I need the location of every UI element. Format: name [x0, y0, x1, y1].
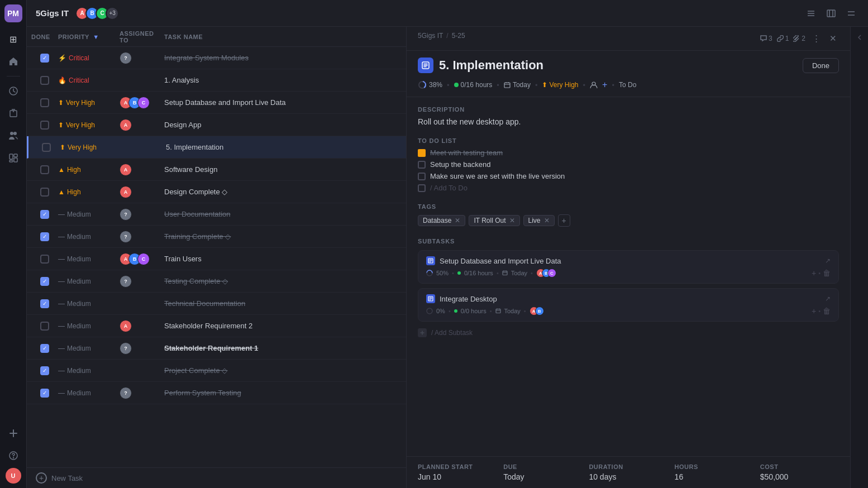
avatar-overflow[interactable]: +3	[106, 7, 119, 20]
status-indicator[interactable]: To Do	[619, 81, 636, 89]
view-columns-icon[interactable]	[823, 6, 839, 21]
tags-row: Database ✕ IT Roll Out ✕ Live ✕ +	[418, 214, 839, 227]
task-checkbox[interactable]	[40, 344, 49, 353]
assignee-indicator[interactable]	[590, 81, 598, 89]
priority-badge: —Medium	[58, 255, 120, 263]
avatar: ?	[120, 208, 132, 221]
add-assignee-btn[interactable]: +	[602, 80, 607, 90]
subtask-add-btn[interactable]: +	[812, 269, 816, 278]
table-row[interactable]: —Medium Project Complete ◇	[27, 360, 406, 382]
subtask-avatars: A B	[530, 307, 544, 315]
list-item[interactable]: Make sure we are set with the live versi…	[418, 172, 839, 180]
task-checkbox[interactable]	[40, 98, 49, 107]
todo-checkbox[interactable]	[418, 161, 426, 169]
priority-indicator[interactable]: ⬆ Very High	[542, 81, 578, 89]
hours-indicator[interactable]: 0/16 hours	[454, 81, 493, 89]
todo-checkbox[interactable]	[418, 173, 426, 180]
table-row[interactable]: ▲High A Design Complete ◇	[27, 181, 406, 203]
collapse-icon[interactable]	[856, 34, 864, 43]
footer-due: DUE Today	[503, 463, 582, 481]
view-list-icon[interactable]	[803, 6, 819, 21]
detail-right-panel	[850, 27, 868, 488]
hours-footer-value[interactable]: 16	[675, 472, 753, 481]
user-avatar[interactable]: U	[6, 468, 21, 484]
new-task-row[interactable]: + New Task	[27, 467, 406, 488]
table-row[interactable]: ⬆Very High A B C Setup Database and Impo…	[27, 92, 406, 114]
table-row[interactable]: ⚡Critical ? Integrate System Modules	[27, 47, 406, 69]
tag-remove-live[interactable]: ✕	[544, 217, 550, 224]
task-checkbox[interactable]	[40, 299, 49, 308]
sidebar-item-users[interactable]	[3, 126, 23, 146]
table-row[interactable]: —Medium A Stakeholder Requirement 2	[27, 315, 406, 337]
subtask-delete-btn[interactable]: 🗑	[823, 269, 831, 278]
task-checkbox[interactable]	[40, 165, 49, 174]
done-button[interactable]: Done	[803, 58, 839, 73]
tag-remove-database[interactable]: ✕	[455, 217, 460, 224]
list-item[interactable]: Meet with testing team	[418, 149, 839, 157]
task-checkbox[interactable]	[40, 277, 49, 286]
attachment-count[interactable]: 2	[793, 35, 805, 42]
view-menu-icon[interactable]	[843, 6, 859, 21]
sidebar-item-add[interactable]	[3, 423, 23, 443]
due-label: DUE	[503, 463, 582, 470]
sidebar-item-activity[interactable]	[3, 81, 23, 101]
tag-remove-it[interactable]: ✕	[509, 217, 515, 224]
list-item[interactable]: Setup the backend	[418, 160, 839, 169]
add-subtask-row[interactable]: / Add Subtask	[418, 326, 839, 339]
avatar: A	[120, 164, 132, 176]
sidebar-item-grid[interactable]: ⊞	[3, 29, 23, 49]
sidebar-item-timer[interactable]	[3, 103, 23, 123]
subtask-external-link-icon[interactable]: ↗	[825, 295, 831, 303]
app-logo[interactable]: PM	[4, 4, 22, 22]
subtask-add-btn[interactable]: +	[812, 307, 816, 315]
table-row[interactable]: ⬆Very High 5. Implementation	[27, 136, 406, 159]
priority-badge: ⬆Very High	[58, 121, 120, 129]
table-row[interactable]: —Medium Technical Documentation	[27, 293, 406, 315]
task-checkbox[interactable]	[40, 210, 49, 219]
sidebar-item-home[interactable]	[3, 51, 23, 71]
task-checkbox[interactable]	[40, 121, 49, 130]
task-checkbox[interactable]	[42, 143, 51, 152]
link-icon	[777, 35, 784, 42]
link-count[interactable]: 1	[777, 35, 789, 42]
task-checkbox[interactable]	[40, 232, 49, 241]
sidebar-item-help[interactable]	[3, 446, 23, 466]
task-name: Training Complete ◇	[164, 232, 402, 241]
sidebar-item-board[interactable]	[3, 148, 23, 168]
table-row[interactable]: —Medium ? Perform System Testing	[27, 382, 406, 404]
subtask-type-icon	[426, 294, 435, 303]
breadcrumb-sprint[interactable]: 5-25	[452, 32, 465, 40]
table-row[interactable]: —Medium ? Stakeholder Requirement 1	[27, 337, 406, 360]
more-options-btn[interactable]: ⋮	[810, 31, 823, 46]
task-checkbox[interactable]	[40, 54, 49, 63]
add-tag-btn[interactable]: +	[558, 214, 570, 227]
table-row[interactable]: —Medium ? User Documentation	[27, 203, 406, 226]
subtask-external-link-icon[interactable]: ↗	[825, 257, 831, 265]
subtask-delete-btn[interactable]: 🗑	[823, 307, 831, 315]
add-todo-row[interactable]: / Add To Do	[418, 184, 839, 192]
task-checkbox[interactable]	[40, 366, 49, 375]
table-row[interactable]: —Medium ? Testing Complete ◇	[27, 270, 406, 293]
planned-start-value[interactable]: Jun 10	[418, 472, 497, 481]
comment-count[interactable]: 3	[760, 35, 772, 42]
svg-rect-13	[827, 10, 835, 17]
avatar: C	[137, 253, 150, 265]
task-checkbox[interactable]	[40, 389, 49, 398]
date-indicator[interactable]: Today	[504, 81, 531, 89]
breadcrumb-project[interactable]: 5Gigs IT	[418, 32, 443, 40]
table-row[interactable]: —Medium A B C Train Users	[27, 248, 406, 270]
task-checkbox[interactable]	[40, 322, 49, 331]
table-row[interactable]: 🔥Critical 1. Analysis	[27, 69, 406, 92]
task-checkbox[interactable]	[40, 76, 49, 85]
duration-label: DURATION	[589, 463, 667, 470]
task-checkbox[interactable]	[40, 255, 49, 264]
cost-value[interactable]: $50,000	[760, 472, 839, 481]
due-value[interactable]: Today	[503, 472, 582, 481]
table-row[interactable]: ▲High A Software Design	[27, 159, 406, 181]
duration-value[interactable]: 10 days	[589, 472, 667, 481]
progress-indicator[interactable]: 38%	[418, 80, 442, 89]
table-row[interactable]: —Medium ? Training Complete ◇	[27, 226, 406, 248]
task-checkbox[interactable]	[40, 188, 49, 197]
close-detail-btn[interactable]: ✕	[827, 31, 839, 46]
table-row[interactable]: ⬆Very High A Design App	[27, 114, 406, 136]
